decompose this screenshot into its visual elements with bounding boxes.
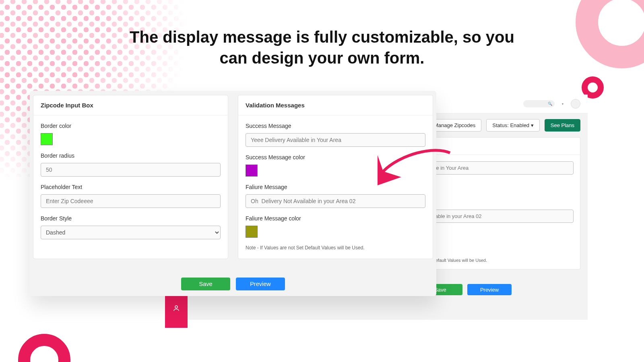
border-radius-label: Border radius: [41, 152, 221, 159]
bg-success-input[interactable]: [419, 161, 574, 175]
bg-note-text: ot Set Default Values will be Used.: [419, 258, 574, 263]
bg-status-label: Status: Enabled: [492, 122, 529, 128]
svg-point-0: [175, 306, 178, 308]
decorative-ring-large: [576, 0, 644, 68]
validation-card-title: Validation Messages: [238, 95, 433, 115]
bg-see-plans-button[interactable]: See Plans: [545, 119, 580, 132]
failure-color-swatch[interactable]: [246, 226, 258, 238]
success-color-swatch[interactable]: [246, 165, 258, 177]
border-style-label: Border Style: [41, 215, 221, 222]
bg-validation-card: ages color olor ot Set Default Values wi…: [413, 137, 580, 269]
border-color-swatch[interactable]: [41, 133, 53, 145]
validation-messages-card: Validation Messages Success Message Succ…: [238, 95, 433, 259]
user-icon: [173, 304, 180, 313]
bg-search-box[interactable]: 🔍: [523, 100, 555, 107]
bg-failure-input[interactable]: [419, 210, 574, 223]
placeholder-text-input[interactable]: [41, 194, 221, 208]
bg-card-title: ages: [413, 138, 580, 155]
success-message-label: Success Message: [246, 123, 425, 129]
bg-preview-button[interactable]: Preview: [467, 284, 512, 295]
failure-message-input[interactable]: [246, 194, 425, 208]
validation-note-text: Note - If Values are not Set Default Val…: [246, 245, 425, 251]
avatar[interactable]: [571, 99, 580, 109]
bg-success-color-label: color: [419, 181, 574, 187]
decorative-ring-bottom: [18, 334, 70, 362]
success-message-input[interactable]: [246, 133, 425, 147]
zipcode-card-title: Zipcode Input Box: [33, 95, 228, 115]
search-icon: 🔍: [548, 102, 552, 106]
fg-actions-row: Save Preview: [33, 278, 433, 290]
foreground-settings-panel: Zipcode Input Box Border color Border ra…: [30, 91, 436, 296]
success-color-label: Success Message color: [246, 154, 425, 160]
zipcode-input-card: Zipcode Input Box Border color Border ra…: [33, 95, 228, 259]
preview-button[interactable]: Preview: [236, 278, 285, 290]
save-button[interactable]: Save: [181, 278, 230, 290]
chevron-down-icon: ▾: [531, 122, 534, 128]
border-radius-input[interactable]: [41, 163, 221, 177]
bg-status-button[interactable]: Status: Enabled ▾: [486, 119, 539, 132]
failure-color-label: Faliure Message color: [246, 215, 425, 222]
page-headline: The display message is fully customizabl…: [121, 0, 523, 68]
border-color-label: Border color: [41, 123, 221, 129]
placeholder-text-label: Placeholder Text: [41, 184, 221, 190]
bg-failure-color-label: olor: [419, 229, 574, 235]
chevron-down-icon[interactable]: ▾: [562, 102, 564, 106]
border-style-select[interactable]: Dashed: [41, 226, 221, 239]
failure-message-label: Faliure Message: [246, 184, 425, 190]
